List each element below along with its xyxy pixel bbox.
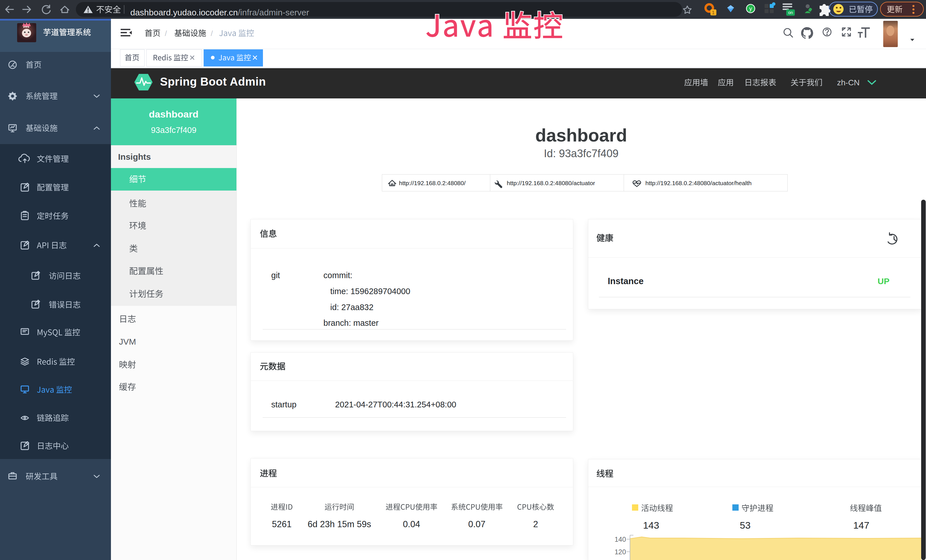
svg-text:y: y bbox=[749, 5, 752, 12]
svg-text:1: 1 bbox=[712, 10, 715, 15]
svg-text:on: on bbox=[788, 10, 793, 15]
